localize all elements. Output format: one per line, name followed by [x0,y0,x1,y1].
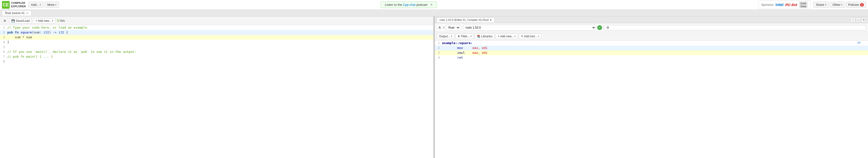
sponsors-area: Sponsors intel PC-lint SolidState [758,0,810,9]
font-size-decrease-button[interactable]: A [2,18,8,24]
add-caret-icon: ▾ [40,3,41,6]
libraries-icon: 📚 [477,35,480,38]
svg-text:CE: CE [3,2,9,7]
compiler-settings-row: A ▾ Rust rustc 1.52.0 ✓ [435,23,868,32]
compiler-options-input[interactable] [603,25,866,30]
source-line-5: 5 [0,44,433,50]
compile-status-indicator: ✓ [597,25,602,30]
source-tab-label: Rust source #1 [5,11,25,15]
source-line-4: 4 } [0,40,433,44]
source-line-3: 3 num * num [0,35,433,40]
compiler-explorer-logo-icon: CE [2,1,10,9]
asm-panel-close-button[interactable]: ✕ [861,18,866,22]
policies-button[interactable]: Policies 1 [846,2,866,8]
vim-icon: 𝓥 [57,19,59,23]
asm-line-4: 4 ret [435,55,868,60]
filter-caret-icon: ▾ [470,35,471,37]
top-navigation-bar: CE COMPILER EXPLORER Add... ▾ More ▾ Lis… [0,0,868,10]
source-tab-close-icon[interactable]: ✕ [26,12,28,15]
intel-sponsor-logo[interactable]: intel [775,3,783,7]
libraries-button[interactable]: 📚 Libraries [475,34,495,39]
filter-icon: ▼ [458,35,460,38]
add-button[interactable]: Add... ▾ [28,2,44,8]
solidstate-sponsor-logo[interactable]: SolidState [799,1,808,8]
asm-panel-minimize-button[interactable]: ─ [850,18,856,22]
source-panel: A 💾 Save/Load + Add new... ▾ 𝓥 Vim 1 // … [0,17,434,158]
language-select[interactable]: Rust [446,25,460,31]
source-line-7: 7 // pub fn main() { ... } [0,54,433,59]
podcast-link[interactable]: Cpp.chat [403,3,415,6]
main-layout: A 💾 Save/Load + Add new... ▾ 𝓥 Vim 1 // … [0,17,868,158]
share-caret-icon: ▾ [825,3,826,6]
share-button[interactable]: Share ▾ [813,2,829,8]
source-line-1: 1 // Type your code here, or load an exa… [0,25,433,30]
add-tool-caret-icon: ▾ [538,35,539,37]
assembly-tab-close-icon[interactable]: ✕ [490,19,492,22]
other-caret-icon: ▾ [841,3,842,6]
output-caret-icon: ▾ [451,35,452,37]
source-line-2: 2 pub fn square(num: i32) -> i32 { [0,30,433,35]
sponsors-label: Sponsors [761,3,774,6]
add-new-asm-button[interactable]: + Add new... ▾ [496,34,518,39]
vim-toggle[interactable]: 𝓥 Vim [57,19,65,23]
filter-button[interactable]: ▼ Filter... ▾ [455,34,474,39]
logo-text: COMPILER EXPLORER [11,1,26,8]
asm-font-size-caret-icon: ▾ [443,26,444,29]
asm-line-1: 1 example::square: FF [435,41,868,45]
assembly-panel: rustc 1.52.0 (Editor #1, Compiler #1) Ru… [435,17,868,158]
assembly-toolbar: Output... ▾ ▼ Filter... ▾ 📚 Libraries + … [435,32,868,41]
assembly-tab-label: rustc 1.52.0 (Editor #1, Compiler #1) Ru… [440,19,489,21]
right-navigation: Share ▾ Other ▾ Policies 1 [813,2,866,8]
compiler-select[interactable]: rustc 1.52.0 [463,25,596,31]
source-tab[interactable]: Rust source #1 ✕ [2,10,31,15]
asm-panel-maximize-button[interactable]: □ [856,18,861,22]
pclint-sponsor-logo[interactable]: PC-lint [785,3,797,7]
save-icon: 💾 [11,19,15,23]
code-editor[interactable]: 1 // Type your code here, or load an exa… [0,25,433,158]
assembly-tab[interactable]: rustc 1.52.0 (Editor #1, Compiler #1) Ru… [437,18,495,22]
podcast-banner: Listen to the Cpp.chat podcast ✕ [60,1,757,8]
tabs-row: Rust source #1 ✕ [0,10,868,17]
save-load-button[interactable]: 💾 Save/Load [9,18,32,24]
asm-font-size-decrease-button[interactable]: A [437,25,443,31]
asm-line-3: 3 imul eax, edi [435,51,868,55]
output-button[interactable]: Output... ▾ [437,34,454,39]
add-new-caret-icon: ▾ [52,20,53,22]
add-new-asm-caret-icon: ▾ [515,35,516,37]
add-tool-button[interactable]: ✎ Add tool... ▾ [519,34,541,39]
asm-line-2: 2 mov eax, edi [435,45,868,51]
asm-error-link[interactable]: FF [858,41,866,45]
podcast-close-icon[interactable]: ✕ [430,3,433,6]
add-new-source-button[interactable]: + Add new... ▾ [33,18,56,24]
other-button[interactable]: Other ▾ [830,2,845,8]
more-button[interactable]: More ▾ [44,2,59,8]
assembly-code-view: 1 example::square: FF 2 mov eax, edi 3 i… [435,41,868,158]
podcast-button[interactable]: Listen to the Cpp.chat podcast ✕ [381,1,437,8]
more-caret-icon: ▾ [55,3,56,6]
source-line-8: 8 [0,59,433,64]
policies-badge: 1 [860,3,864,6]
assembly-tab-row: rustc 1.52.0 (Editor #1, Compiler #1) Ru… [435,17,868,23]
logo-area: CE COMPILER EXPLORER [2,1,26,9]
source-toolbar: A 💾 Save/Load + Add new... ▾ 𝓥 Vim [0,17,433,25]
source-line-6: 6 // If you use `main()`, declare it as … [0,50,433,54]
